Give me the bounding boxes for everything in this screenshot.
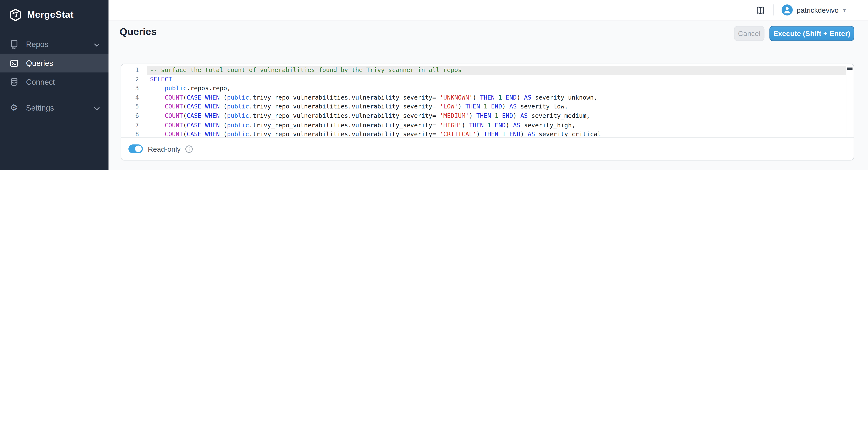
code-line[interactable]: 5 COUNT(CASE WHEN (public.trivy_repo_vul…: [121, 102, 846, 112]
brand-logo[interactable]: MergeStat: [0, 0, 108, 27]
avatar[interactable]: [782, 4, 793, 15]
cancel-button[interactable]: Cancel: [734, 26, 765, 41]
editor-scrollbar-thumb[interactable]: [847, 68, 852, 70]
code-line[interactable]: 7 COUNT(CASE WHEN (public.trivy_repo_vul…: [121, 121, 846, 130]
sidebar-item-repos[interactable]: Repos: [0, 35, 108, 54]
sidebar-item-queries[interactable]: Queries: [0, 54, 108, 72]
sidebar-nav: Repos Queries: [0, 35, 108, 117]
code-line[interactable]: 6 COUNT(CASE WHEN (public.trivy_repo_vul…: [121, 112, 846, 121]
code-line[interactable]: 1-- surface the total count of vulnerabi…: [121, 66, 846, 75]
line-number: 7: [121, 121, 147, 130]
read-only-toggle[interactable]: [128, 145, 143, 153]
page-title: Queries: [120, 26, 157, 38]
sidebar-item-label: Repos: [26, 40, 49, 49]
line-number: 3: [121, 84, 147, 93]
book-icon: [9, 39, 19, 49]
code-line[interactable]: 2SELECT: [121, 75, 846, 84]
read-only-label: Read-only: [148, 145, 181, 153]
mergestat-app: MergeStat Repos: [0, 0, 868, 170]
sidebar-item-label: Queries: [26, 59, 53, 68]
info-icon[interactable]: [185, 145, 193, 153]
header-divider: [773, 4, 774, 15]
chevron-down-icon: [94, 40, 100, 49]
sidebar: MergeStat Repos: [0, 0, 108, 170]
code-line[interactable]: 3 public.repos.repo,: [121, 84, 846, 93]
line-number: 6: [121, 112, 147, 121]
mergestat-logo-icon: [9, 8, 22, 22]
user-menu-caret-icon[interactable]: ▾: [843, 7, 846, 13]
sidebar-item-label: Settings: [26, 103, 54, 112]
terminal-icon: [9, 58, 19, 68]
chevron-down-icon: [94, 103, 100, 112]
top-bar: patrickdevivo ▾: [108, 0, 868, 21]
sidebar-item-connect[interactable]: Connect: [0, 72, 108, 91]
execute-button[interactable]: Execute (Shift + Enter): [770, 26, 854, 41]
database-icon: [9, 77, 19, 87]
gear-icon: ⚙: [9, 103, 19, 113]
code-lines: 1-- surface the total count of vulnerabi…: [121, 66, 846, 139]
editor-scrollbar[interactable]: [846, 65, 853, 138]
docs-icon[interactable]: [755, 5, 766, 14]
sql-editor-card: 1-- surface the total count of vulnerabi…: [121, 64, 854, 160]
editor-footer: Read-only: [121, 137, 854, 160]
sql-editor[interactable]: 1-- surface the total count of vulnerabi…: [121, 64, 846, 140]
user-name[interactable]: patrickdevivo: [797, 6, 839, 14]
line-number: 1: [121, 66, 147, 75]
code-line[interactable]: 4 COUNT(CASE WHEN (public.trivy_repo_vul…: [121, 93, 846, 102]
brand-name: MergeStat: [27, 9, 73, 20]
line-number: 4: [121, 93, 147, 102]
sidebar-item-settings[interactable]: ⚙ Settings: [0, 98, 108, 117]
sidebar-item-label: Connect: [26, 77, 55, 87]
line-number: 5: [121, 102, 147, 112]
line-number: 2: [121, 75, 147, 84]
